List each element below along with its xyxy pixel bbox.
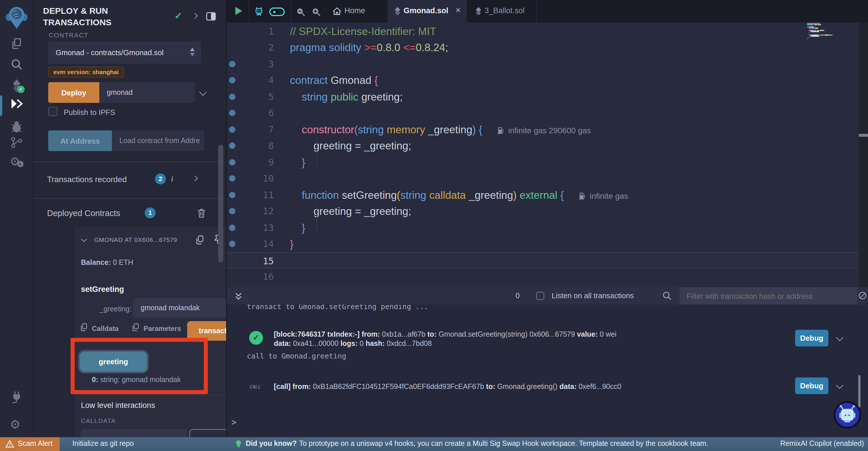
- compile-success-badge: ✓: [17, 86, 25, 93]
- deploy-expand-chevron[interactable]: [199, 88, 206, 96]
- transactions-info-icon[interactable]: i: [171, 175, 173, 184]
- copilot-toggle[interactable]: [269, 7, 285, 16]
- file-explorer-icon[interactable]: [10, 37, 24, 51]
- tab-gmonad-label: Gmonad.sol: [404, 6, 448, 15]
- minimap[interactable]: [807, 23, 859, 43]
- debug-button-2[interactable]: Debug: [795, 377, 828, 394]
- run-script-icon[interactable]: [236, 7, 242, 15]
- calldata-copy-label[interactable]: Calldata: [92, 325, 119, 333]
- debug-button-1[interactable]: Debug: [795, 330, 828, 346]
- tab-ballot-label: 3_Ballot.sol: [485, 6, 525, 15]
- scam-alert-label: Scam Alert: [18, 440, 53, 448]
- git-icon[interactable]: [10, 136, 24, 149]
- clear-console-icon[interactable]: [858, 291, 867, 302]
- balance-value: 0 ETH: [113, 258, 133, 266]
- param-input[interactable]: [133, 298, 227, 318]
- terminal-prompt[interactable]: >: [231, 417, 237, 427]
- debugger-icon[interactable]: [10, 119, 24, 133]
- tx-expand-chevron-2[interactable]: [836, 382, 843, 389]
- scam-alert-button[interactable]: Scam Alert: [0, 437, 60, 451]
- filter-input[interactable]: [680, 287, 857, 305]
- tx-log-1-line-2: data: 0xa41...00000 logs: 0 hash: 0xdcd.…: [274, 339, 617, 348]
- panel-title: DEPLOY & RUN TRANSACTIONS: [43, 5, 141, 28]
- publish-ipfs-checkbox[interactable]: [48, 107, 57, 116]
- solidity-file-icon: [475, 7, 482, 18]
- remix-ide-window: ✓ ⚙▸ ⚙ DEPLOY & RUN TRANSACTIONS ✓ CONTR…: [0, 0, 868, 451]
- editor-scrollbar[interactable]: [859, 22, 868, 287]
- collapse-panel-icon[interactable]: [192, 13, 198, 19]
- warning-icon: [5, 440, 14, 450]
- publish-ipfs-label: Publish to IPFS: [64, 108, 115, 117]
- tab-gmonad[interactable]: Gmonad.sol ✕: [388, 0, 467, 22]
- deploy-run-icon[interactable]: [10, 98, 24, 111]
- zoom-out-icon[interactable]: [296, 7, 305, 19]
- editor-tabbar: Home Gmonad.sol ✕ 3_Ballot.sol: [227, 0, 868, 22]
- at-address-button[interactable]: At Address: [48, 131, 112, 151]
- solidity-file-icon: [394, 7, 401, 18]
- low-level-calldata-input[interactable]: [81, 429, 187, 437]
- instance-collapse-chevron[interactable]: [81, 236, 87, 242]
- call-tag: CALL: [250, 384, 261, 390]
- search-icon[interactable]: [10, 57, 24, 71]
- low-level-title: Low level interactions: [81, 401, 155, 410]
- plug-icon[interactable]: [10, 390, 24, 404]
- plugin-manager-icon[interactable]: ⚙▸: [10, 154, 24, 168]
- terminal-header: 0 Listen on all transactions: [227, 287, 868, 305]
- deployed-instance-card: GMONAD AT 0X606...67579 ✕ Balance: 0 ETH…: [74, 227, 227, 437]
- tab-home-label[interactable]: Home: [344, 6, 365, 15]
- terminal-search-icon[interactable]: [662, 291, 672, 303]
- balance-row: Balance: 0 ETH: [81, 258, 133, 266]
- expand-terminal-icon[interactable]: [234, 292, 243, 303]
- param-label: _greeting:: [74, 305, 131, 313]
- ai-robot-icon[interactable]: [254, 6, 264, 19]
- home-icon[interactable]: [332, 6, 342, 19]
- tip-title: Did you know?: [246, 440, 297, 448]
- split-view-icon[interactable]: [206, 12, 216, 23]
- remixai-copilot-button[interactable]: [834, 401, 861, 429]
- remix-logo[interactable]: [5, 5, 28, 30]
- transactions-expand-icon[interactable]: [192, 175, 198, 181]
- calldata-copy-icon[interactable]: [80, 323, 88, 334]
- tx-expand-chevron-1[interactable]: [836, 334, 843, 341]
- listen-label: Listen on all transactions: [552, 291, 634, 300]
- parameters-copy-icon[interactable]: [131, 323, 140, 334]
- terminal[interactable]: transact to Gmonad.setGreeting pending .…: [227, 305, 868, 437]
- tx-log-2-line-1: [call] from: 0xB1aB62fdFC104512F594fCa0E…: [274, 383, 621, 392]
- panel-scrollbar[interactable]: [218, 145, 223, 262]
- contract-label: CONTRACT: [49, 32, 88, 38]
- copy-address-icon[interactable]: [195, 235, 205, 247]
- listen-checkbox[interactable]: [536, 292, 544, 300]
- tx-log-1[interactable]: [block:7646317 txIndex:-] from: 0xb1a...…: [274, 330, 617, 348]
- at-address-input[interactable]: [112, 131, 205, 151]
- function-name: setGreeting: [81, 285, 124, 293]
- tab-close-icon[interactable]: ✕: [455, 6, 461, 15]
- deploy-button[interactable]: Deploy: [48, 82, 99, 103]
- evm-version-badge: evm version: shanghai: [48, 67, 124, 78]
- code-editor[interactable]: 1// SPDX-License-Identifier: MIT2pragma …: [227, 22, 868, 287]
- select-arrows-icon: [190, 48, 195, 56]
- low-level-transact-button[interactable]: [189, 429, 227, 437]
- copilot-status[interactable]: RemixAI Copilot (enabled): [780, 440, 864, 448]
- solidity-compiler-icon[interactable]: ✓: [10, 79, 24, 92]
- active-plugin-indicator: [0, 95, 2, 116]
- tip-text: To prototype on a uniswap v4 hooks, you …: [299, 440, 708, 448]
- greeting-view-button[interactable]: greeting: [80, 351, 147, 372]
- settings-icon[interactable]: ⚙: [10, 418, 24, 431]
- instance-title[interactable]: GMONAD AT 0X606...67579: [94, 236, 177, 243]
- call-result: 0: string: gmonad molandak: [92, 376, 181, 384]
- icon-sidebar: ✓ ⚙▸ ⚙: [0, 0, 33, 437]
- tx-success-icon: ✓: [249, 331, 263, 345]
- tab-ballot[interactable]: 3_Ballot.sol: [467, 0, 537, 22]
- pending-tx-line: transact to Gmonad.setGreeting pending .…: [247, 305, 428, 311]
- zoom-in-icon[interactable]: [312, 7, 321, 19]
- parameters-copy-label[interactable]: Parameters: [144, 325, 181, 333]
- tx-log-2[interactable]: [call] from: 0xB1aB62fdFC104512F594fCa0E…: [274, 383, 621, 392]
- compile-check-icon: ✓: [175, 10, 182, 21]
- git-init-button[interactable]: Initialize as git repo: [72, 440, 134, 448]
- trash-icon[interactable]: [197, 208, 206, 220]
- contract-select[interactable]: Gmonad - contracts/Gmonad.sol: [48, 41, 201, 64]
- result-value: string: gmonad molandak: [100, 376, 181, 384]
- listen-count: 0: [516, 291, 520, 300]
- result-index: 0:: [92, 376, 98, 384]
- constructor-arg-input[interactable]: [99, 82, 195, 103]
